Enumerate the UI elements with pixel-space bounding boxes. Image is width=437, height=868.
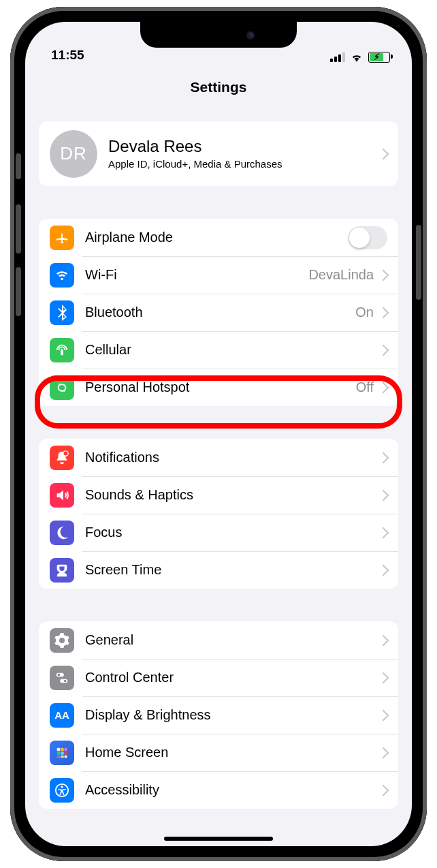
svg-rect-9 xyxy=(61,751,64,755)
screen-time-row[interactable]: Screen Time xyxy=(39,551,398,589)
hotspot-icon xyxy=(50,375,74,400)
notifications-row[interactable]: Notifications xyxy=(39,439,398,476)
chevron-right-icon xyxy=(378,382,389,393)
chevron-right-icon xyxy=(378,672,389,683)
bluetooth-icon xyxy=(50,300,74,325)
row-label: Display & Brightness xyxy=(85,707,379,723)
phone-frame: 11:55 ⚡︎ Settings DR Devala xyxy=(10,7,427,861)
control-center-row[interactable]: Control Center xyxy=(39,659,398,696)
row-label: Screen Time xyxy=(85,562,379,578)
apple-id-row[interactable]: DR Devala Rees Apple ID, iCloud+, Media … xyxy=(39,121,398,186)
row-label: Cellular xyxy=(85,342,379,358)
status-time: 11:55 xyxy=(47,48,84,63)
airplane-mode-row[interactable]: Airplane Mode xyxy=(39,219,398,256)
bluetooth-row[interactable]: Bluetooth On xyxy=(39,294,398,331)
row-label: Notifications xyxy=(85,450,379,465)
home-screen-row[interactable]: Home Screen xyxy=(39,734,398,771)
row-label: Home Screen xyxy=(85,745,379,760)
row-label: Airplane Mode xyxy=(85,230,348,245)
display-row[interactable]: AA Display & Brightness xyxy=(39,696,398,734)
cellular-signal-icon xyxy=(330,52,345,62)
avatar: DR xyxy=(50,130,97,178)
battery-icon: ⚡︎ xyxy=(368,52,390,63)
svg-rect-8 xyxy=(57,751,61,755)
profile-name: Devala Rees xyxy=(108,137,379,157)
svg-point-0 xyxy=(63,450,68,455)
svg-rect-12 xyxy=(61,755,64,758)
chevron-right-icon xyxy=(378,527,389,538)
general-row[interactable]: General xyxy=(39,621,398,659)
nav-bar: Settings xyxy=(25,67,412,108)
svg-point-4 xyxy=(64,679,67,682)
svg-rect-6 xyxy=(61,747,64,751)
display-icon: AA xyxy=(50,703,74,728)
general-group: General Control Center AA Display & Brig… xyxy=(39,621,398,809)
profile-subtitle: Apple ID, iCloud+, Media & Purchases xyxy=(108,158,379,170)
cellular-row[interactable]: Cellular xyxy=(39,331,398,369)
chevron-right-icon xyxy=(378,709,389,721)
sounds-row[interactable]: Sounds & Haptics xyxy=(39,476,398,514)
cellular-icon xyxy=(50,338,74,362)
row-label: Sounds & Haptics xyxy=(85,487,379,503)
row-label: Accessibility xyxy=(85,782,379,798)
row-label: Control Center xyxy=(85,670,379,685)
screen-time-icon xyxy=(50,558,74,583)
svg-rect-10 xyxy=(65,751,67,755)
sounds-icon xyxy=(50,483,74,508)
notifications-icon xyxy=(50,446,74,470)
control-center-icon xyxy=(50,666,74,690)
chevron-right-icon xyxy=(378,452,389,463)
gear-icon xyxy=(50,628,74,653)
status-icons: ⚡︎ xyxy=(330,52,390,63)
svg-rect-11 xyxy=(57,755,61,758)
svg-point-15 xyxy=(61,786,63,788)
connectivity-group: Airplane Mode Wi-Fi DevaLinda Bluetooth xyxy=(39,219,398,406)
mute-switch xyxy=(16,153,21,179)
row-label: Personal Hotspot xyxy=(85,379,356,395)
focus-row[interactable]: Focus xyxy=(39,514,398,551)
chevron-right-icon xyxy=(378,784,389,796)
row-label: Bluetooth xyxy=(85,305,355,320)
airplane-icon xyxy=(50,226,74,250)
svg-rect-5 xyxy=(57,747,61,751)
content[interactable]: DR Devala Rees Apple ID, iCloud+, Media … xyxy=(25,112,412,846)
airplane-toggle[interactable] xyxy=(348,226,387,249)
wifi-value: DevaLinda xyxy=(308,267,374,283)
svg-rect-13 xyxy=(65,755,67,758)
chevron-right-icon xyxy=(378,564,389,576)
svg-rect-7 xyxy=(65,747,67,751)
row-label: Wi-Fi xyxy=(85,267,308,283)
volume-up-button xyxy=(16,204,21,253)
notch xyxy=(140,22,297,48)
home-screen-icon xyxy=(50,741,74,765)
row-label: Focus xyxy=(85,525,379,540)
chevron-right-icon xyxy=(378,747,389,758)
page-title: Settings xyxy=(191,79,247,95)
chevron-right-icon xyxy=(378,269,389,281)
wifi-row[interactable]: Wi-Fi DevaLinda xyxy=(39,256,398,294)
home-indicator[interactable] xyxy=(164,837,273,841)
side-button xyxy=(416,225,421,300)
svg-point-2 xyxy=(58,673,61,676)
profile-text: Devala Rees Apple ID, iCloud+, Media & P… xyxy=(108,137,379,170)
row-label: General xyxy=(85,632,379,648)
wifi-icon xyxy=(350,52,363,62)
accessibility-row[interactable]: Accessibility xyxy=(39,771,398,809)
chevron-right-icon xyxy=(378,148,389,159)
profile-group: DR Devala Rees Apple ID, iCloud+, Media … xyxy=(39,121,398,186)
volume-down-button xyxy=(16,267,21,316)
personal-hotspot-row[interactable]: Personal Hotspot Off xyxy=(39,369,398,406)
bluetooth-value: On xyxy=(355,305,374,320)
chevron-right-icon xyxy=(378,307,389,318)
screen: 11:55 ⚡︎ Settings DR Devala xyxy=(25,22,412,846)
accessibility-icon xyxy=(50,778,74,803)
alerts-group: Notifications Sounds & Haptics Focus xyxy=(39,439,398,589)
focus-icon xyxy=(50,521,74,545)
chevron-right-icon xyxy=(378,344,389,356)
hotspot-value: Off xyxy=(356,379,374,395)
chevron-right-icon xyxy=(378,634,389,646)
wifi-icon xyxy=(50,263,74,288)
chevron-right-icon xyxy=(378,489,389,501)
